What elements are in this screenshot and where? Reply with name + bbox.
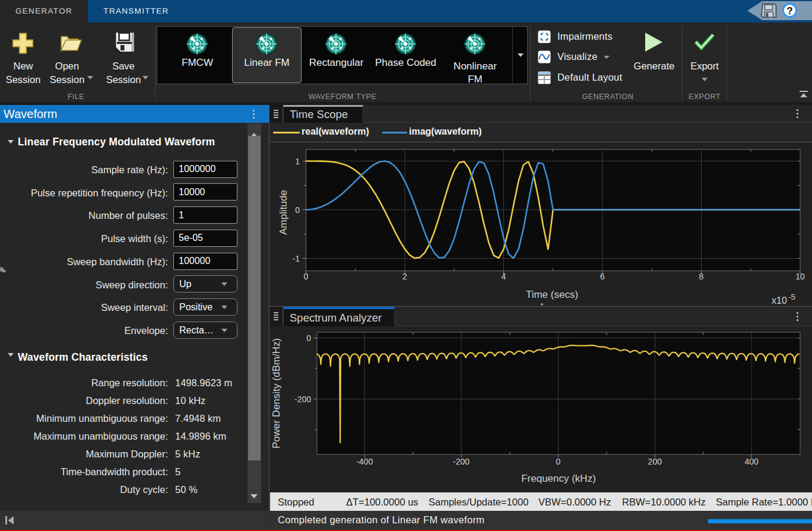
svg-text:400: 400 [745, 457, 759, 466]
svg-text:Power Density (dBm/Hz): Power Density (dBm/Hz) [271, 338, 282, 449]
svg-text:8: 8 [699, 272, 704, 281]
svg-text:-200: -200 [453, 457, 470, 466]
svg-text:0: 0 [304, 272, 309, 281]
svg-text:x10: x10 [772, 295, 787, 306]
svg-text:1: 1 [295, 157, 300, 166]
svg-text:4: 4 [502, 272, 506, 281]
svg-text:-1: -1 [293, 254, 300, 263]
svg-text:0: 0 [295, 205, 300, 215]
svg-text:10: 10 [795, 272, 805, 281]
svg-text:0: 0 [556, 457, 561, 466]
svg-text:-200: -200 [294, 395, 311, 404]
svg-text:6: 6 [600, 272, 605, 281]
svg-text:Frequency (kHz): Frequency (kHz) [521, 473, 596, 484]
svg-text:-400: -400 [356, 457, 373, 466]
svg-text:Amplitude: Amplitude [278, 190, 289, 235]
svg-text:2: 2 [402, 272, 407, 281]
svg-text:200: 200 [648, 457, 662, 466]
svg-text:Time (secs): Time (secs) [526, 289, 578, 300]
svg-text:?: ? [786, 5, 792, 17]
svg-text:0: 0 [306, 333, 311, 343]
svg-text:-5: -5 [788, 292, 795, 301]
